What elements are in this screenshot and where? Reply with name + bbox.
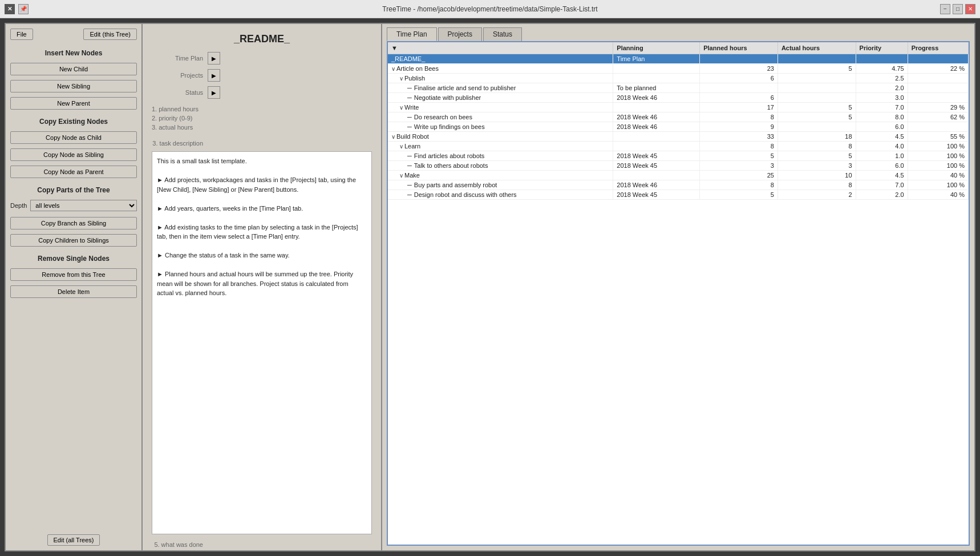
table-row[interactable]: ─Buy parts and assembly robot2018 Week 4… bbox=[388, 180, 969, 190]
cell-planning: 2018 Week 45 bbox=[613, 190, 700, 200]
copy-branch-button[interactable]: Copy Branch as Sibling bbox=[10, 217, 137, 229]
table-row[interactable]: ∨Article on Bees2354.7522 % bbox=[388, 64, 969, 74]
field3-label: 3. actual hours bbox=[152, 124, 372, 131]
collapse-icon[interactable]: ∨ bbox=[399, 75, 403, 82]
cell-actualHours bbox=[777, 83, 856, 93]
depth-row: Depth all levels bbox=[10, 200, 137, 211]
cell-progress: 62 % bbox=[908, 112, 968, 122]
cell-planning: 2018 Week 46 bbox=[613, 180, 700, 190]
th-actual-hours: Actual hours bbox=[777, 42, 856, 54]
cell-progress: 29 % bbox=[908, 103, 968, 112]
cell-plannedHours: 5 bbox=[700, 190, 778, 200]
close-button[interactable]: ✕ bbox=[965, 4, 975, 14]
cell-actualHours: 5 bbox=[777, 112, 856, 122]
table-row[interactable]: ─Negotiate with publisher2018 Week 4663.… bbox=[388, 93, 969, 103]
cell-planning: Time Plan bbox=[613, 54, 700, 64]
file-button[interactable]: File bbox=[10, 29, 33, 40]
right-panel: Time Plan Projects Status ▼ Planning bbox=[382, 24, 974, 550]
cell-name: ─Buy parts and assembly robot bbox=[388, 180, 613, 190]
tab-time-plan[interactable]: Time Plan bbox=[387, 27, 437, 41]
table-row[interactable]: ─Design robot and discuss with others201… bbox=[388, 190, 969, 200]
status-arrow-button[interactable]: ▶ bbox=[208, 86, 220, 99]
projects-field: Projects ▶ bbox=[143, 67, 381, 84]
sidebar-top-buttons: File Edit (this Tree) bbox=[10, 29, 137, 40]
tab-bar: Time Plan Projects Status bbox=[382, 24, 974, 41]
copy-sibling-button[interactable]: Copy Node as Sibling bbox=[10, 148, 137, 161]
tree-table: ▼ Planning Planned hours Actual hours Pr… bbox=[388, 42, 969, 200]
text-content: This is a small task list template. ► Ad… bbox=[157, 156, 367, 298]
table-row[interactable]: ─Do research on bees2018 Week 46858.062 … bbox=[388, 112, 969, 122]
cell-planning bbox=[613, 132, 700, 142]
table-row[interactable]: ∨Publish62.5 bbox=[388, 74, 969, 83]
table-row[interactable]: ─Find articles about robots2018 Week 455… bbox=[388, 151, 969, 161]
depth-select[interactable]: all levels bbox=[30, 200, 137, 211]
th-progress: Progress bbox=[908, 42, 968, 54]
text-area-box[interactable]: This is a small task list template. ► Ad… bbox=[152, 151, 372, 534]
table-row[interactable]: ∨Build Robot33184.555 % bbox=[388, 132, 969, 142]
cell-planning: 2018 Week 46 bbox=[613, 122, 700, 132]
projects-label: Projects bbox=[152, 72, 203, 79]
new-child-button[interactable]: New Child bbox=[10, 63, 137, 75]
delete-item-button[interactable]: Delete Item bbox=[10, 285, 137, 298]
new-parent-button[interactable]: New Parent bbox=[10, 97, 137, 110]
cell-priority: 4.75 bbox=[856, 64, 908, 74]
table-row[interactable]: _README_Time Plan bbox=[388, 54, 969, 64]
collapse-icon[interactable]: ∨ bbox=[399, 172, 403, 179]
table-row[interactable]: ─Finalise article and send to publisherT… bbox=[388, 83, 969, 93]
cell-planning bbox=[613, 64, 700, 74]
table-header-row: ▼ Planning Planned hours Actual hours Pr… bbox=[388, 42, 969, 54]
cell-name: ∨Article on Bees bbox=[388, 64, 613, 74]
collapse-icon[interactable]: ∨ bbox=[399, 104, 403, 111]
remove-tree-button[interactable]: Remove from this Tree bbox=[10, 268, 137, 281]
cell-actualHours: 5 bbox=[777, 64, 856, 74]
status-label: Status bbox=[152, 89, 203, 96]
cell-progress bbox=[908, 83, 968, 93]
cell-priority: 2.0 bbox=[856, 83, 908, 93]
copy-parent-button[interactable]: Copy Node as Parent bbox=[10, 166, 137, 178]
tree-tbody: _README_Time Plan∨Article on Bees2354.75… bbox=[388, 54, 969, 200]
pin-icon[interactable]: 📌 bbox=[18, 4, 29, 14]
cell-priority: 4.5 bbox=[856, 171, 908, 180]
cell-name: ─Finalise article and send to publisher bbox=[388, 83, 613, 93]
edit-this-tree-button[interactable]: Edit (this Tree) bbox=[83, 29, 137, 40]
cell-plannedHours: 33 bbox=[700, 132, 778, 142]
table-row[interactable]: ∨Make25104.540 % bbox=[388, 171, 969, 180]
table-row[interactable]: ─Talk to others about robots2018 Week 45… bbox=[388, 161, 969, 171]
cell-planning bbox=[613, 142, 700, 151]
minimize-button[interactable]: − bbox=[940, 4, 950, 14]
projects-arrow-button[interactable]: ▶ bbox=[208, 69, 220, 82]
time-plan-arrow-button[interactable]: ▶ bbox=[208, 52, 220, 65]
cell-plannedHours: 23 bbox=[700, 64, 778, 74]
status-field: Status ▶ bbox=[143, 84, 381, 101]
cell-progress bbox=[908, 93, 968, 103]
field1-label: 1. planned hours bbox=[152, 106, 372, 112]
cell-name: ∨Learn bbox=[388, 142, 613, 151]
collapse-icon[interactable]: ∨ bbox=[391, 66, 395, 72]
cell-progress: 22 % bbox=[908, 64, 968, 74]
cell-progress bbox=[908, 122, 968, 132]
tab-status[interactable]: Status bbox=[483, 27, 522, 41]
collapse-icon[interactable]: ∨ bbox=[399, 143, 403, 150]
numbered-fields: 1. planned hours 2. priority (0-9) 3. ac… bbox=[143, 101, 381, 138]
tree-table-container[interactable]: ▼ Planning Planned hours Actual hours Pr… bbox=[387, 41, 970, 546]
copy-children-button[interactable]: Copy Children to Siblings bbox=[10, 234, 137, 247]
edit-all-trees-button[interactable]: Edit (all Trees) bbox=[47, 534, 100, 546]
tab-projects[interactable]: Projects bbox=[438, 27, 482, 41]
table-row[interactable]: ─Write up findings on bees2018 Week 4696… bbox=[388, 122, 969, 132]
cell-progress: 55 % bbox=[908, 132, 968, 142]
cell-plannedHours: 9 bbox=[700, 122, 778, 132]
copy-child-button[interactable]: Copy Node as Child bbox=[10, 131, 137, 144]
time-plan-label: Time Plan bbox=[152, 55, 203, 62]
content-area: File Edit (this Tree) Insert New Nodes N… bbox=[6, 24, 974, 550]
th-name[interactable]: ▼ bbox=[388, 42, 613, 54]
new-sibling-button[interactable]: New Sibling bbox=[10, 80, 137, 92]
maximize-button[interactable]: □ bbox=[953, 4, 963, 14]
cell-plannedHours: 25 bbox=[700, 171, 778, 180]
cell-priority: 3.0 bbox=[856, 93, 908, 103]
table-row[interactable]: ∨Learn884.0100 % bbox=[388, 142, 969, 151]
collapse-icon[interactable]: ∨ bbox=[391, 134, 395, 140]
task-description-row: 3. task description bbox=[143, 138, 381, 149]
cell-plannedHours: 8 bbox=[700, 112, 778, 122]
cell-planning bbox=[613, 171, 700, 180]
table-row[interactable]: ∨Write1757.029 % bbox=[388, 103, 969, 112]
